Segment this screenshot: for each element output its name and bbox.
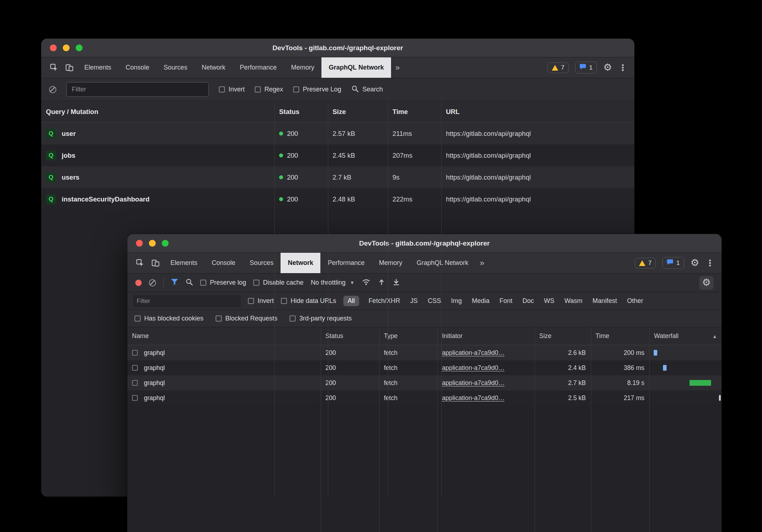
network-conditions-icon[interactable] <box>362 279 371 287</box>
column-header-status[interactable]: Status <box>321 327 379 345</box>
disable-cache-toggle[interactable]: Disable cache <box>253 279 304 286</box>
tab-graphql-network[interactable]: GraphQL Network <box>409 253 475 273</box>
row-checkbox[interactable] <box>132 395 138 401</box>
initiator-link[interactable]: application-a7ca9d0… <box>442 349 504 357</box>
warnings-badge[interactable]: 7 <box>635 258 656 269</box>
blocked-requests-checkbox[interactable] <box>216 315 222 322</box>
search-icon[interactable] <box>185 278 193 288</box>
initiator-link[interactable]: application-a7ca9d0… <box>442 364 504 372</box>
query-row-user[interactable]: Q user 200 2.57 kB 211ms https://gitlab.… <box>41 123 634 144</box>
disable-cache-checkbox[interactable] <box>253 280 259 286</box>
zoom-window-button[interactable] <box>162 240 169 247</box>
filter-chip-manifest[interactable]: Manifest <box>592 296 618 306</box>
issues-badge[interactable]: 1 <box>662 257 684 269</box>
initiator-link[interactable]: application-a7ca9d0… <box>442 379 504 387</box>
tab-performance[interactable]: Performance <box>320 253 372 273</box>
column-header-status[interactable]: Status <box>274 101 328 122</box>
invert-filter-toggle[interactable]: Invert <box>248 297 274 305</box>
column-header-waterfall[interactable]: Waterfall ▲ <box>649 327 721 345</box>
tab-network[interactable]: Network <box>194 57 232 78</box>
warnings-badge[interactable]: 7 <box>547 62 569 73</box>
filter-chip-doc[interactable]: Doc <box>522 296 535 306</box>
issues-badge[interactable]: 1 <box>575 62 597 73</box>
column-header-time[interactable]: Time <box>388 101 441 122</box>
preserve-log-checkbox[interactable] <box>200 280 206 286</box>
row-checkbox[interactable] <box>132 350 138 356</box>
regex-filter-toggle[interactable]: Regex <box>255 86 283 93</box>
tab-sources[interactable]: Sources <box>156 57 194 78</box>
filter-chip-img[interactable]: Img <box>450 296 462 306</box>
clear-icon[interactable] <box>49 86 56 93</box>
filter-chip-js[interactable]: JS <box>409 296 418 306</box>
invert-checkbox[interactable] <box>248 298 254 304</box>
device-toolbar-icon[interactable] <box>62 57 77 78</box>
more-tabs-icon[interactable]: » <box>391 57 404 78</box>
tab-sources[interactable]: Sources <box>243 253 281 273</box>
filter-chip-ws[interactable]: WS <box>543 296 555 306</box>
regex-checkbox[interactable] <box>255 86 261 92</box>
third-party-requests-checkbox[interactable] <box>290 315 296 322</box>
export-har-icon[interactable] <box>392 278 400 288</box>
column-header-url[interactable]: URL <box>441 101 634 122</box>
tab-performance[interactable]: Performance <box>232 57 284 78</box>
request-row[interactable]: graphql 200 fetch application-a7ca9d0… 2… <box>127 345 721 360</box>
query-row-instance-security-dashboard[interactable]: Q instanceSecurityDashboard 200 2.48 kB … <box>41 188 634 210</box>
preserve-log-checkbox[interactable] <box>293 86 299 92</box>
filter-chip-font[interactable]: Font <box>499 296 513 306</box>
row-checkbox[interactable] <box>132 380 138 386</box>
blocked-cookies-toggle[interactable]: Has blocked cookies <box>135 315 203 322</box>
request-row[interactable]: graphql 200 fetch application-a7ca9d0… 2… <box>127 390 721 405</box>
preserve-log-toggle[interactable]: Preserve Log <box>293 86 341 93</box>
throttling-select[interactable]: No throttling ▼ <box>311 279 354 286</box>
tab-console[interactable]: Console <box>118 57 156 78</box>
tab-console[interactable]: Console <box>204 253 243 273</box>
column-header-query-mutation[interactable]: Query / Mutation <box>41 101 274 122</box>
third-party-requests-toggle[interactable]: 3rd-party requests <box>290 315 352 322</box>
record-network-log-icon[interactable] <box>135 280 142 286</box>
invert-checkbox[interactable] <box>219 86 225 92</box>
tab-memory[interactable]: Memory <box>284 57 321 78</box>
filter-chip-all[interactable]: All <box>343 296 359 306</box>
inspect-element-icon[interactable] <box>132 253 148 273</box>
clear-network-log-icon[interactable] <box>149 279 156 286</box>
request-row[interactable]: graphql 200 fetch application-a7ca9d0… 2… <box>127 360 721 375</box>
network-settings-button[interactable]: ⚙ <box>699 276 714 290</box>
minimize-window-button[interactable] <box>63 44 70 51</box>
menu-kebab-icon[interactable]: ⋮ <box>618 63 627 72</box>
column-header-size[interactable]: Size <box>328 101 388 122</box>
filter-chip-other[interactable]: Other <box>626 296 644 306</box>
import-har-icon[interactable] <box>378 278 385 288</box>
row-checkbox[interactable] <box>132 365 138 371</box>
blocked-cookies-checkbox[interactable] <box>135 315 141 322</box>
minimize-window-button[interactable] <box>149 240 156 247</box>
blocked-requests-toggle[interactable]: Blocked Requests <box>216 315 277 322</box>
tab-elements[interactable]: Elements <box>77 57 118 78</box>
search-control[interactable]: Search <box>351 85 383 94</box>
request-row[interactable]: graphql 200 fetch application-a7ca9d0… 2… <box>127 375 721 390</box>
tab-network[interactable]: Network <box>281 253 320 273</box>
more-tabs-icon[interactable]: » <box>476 253 489 273</box>
column-header-type[interactable]: Type <box>379 327 437 345</box>
close-window-button[interactable] <box>136 240 143 247</box>
filter-chip-wasm[interactable]: Wasm <box>564 296 583 306</box>
menu-kebab-icon[interactable]: ⋮ <box>706 259 714 267</box>
inspect-element-icon[interactable] <box>46 57 62 78</box>
settings-icon[interactable]: ⚙ <box>691 258 699 268</box>
invert-filter-toggle[interactable]: Invert <box>219 86 245 93</box>
preserve-log-toggle[interactable]: Preserve log <box>200 279 246 286</box>
filter-input[interactable] <box>66 82 209 97</box>
query-row-jobs[interactable]: Q jobs 200 2.45 kB 207ms https://gitlab.… <box>41 144 634 166</box>
column-header-name[interactable]: Name <box>127 327 321 345</box>
tab-memory[interactable]: Memory <box>372 253 409 273</box>
hide-data-urls-checkbox[interactable] <box>281 298 287 304</box>
query-row-users[interactable]: Q users 200 2.7 kB 9s https://gitlab.com… <box>41 166 634 188</box>
column-header-size[interactable]: Size <box>535 327 591 345</box>
filter-chip-fetch-xhr[interactable]: Fetch/XHR <box>368 296 401 306</box>
tab-elements[interactable]: Elements <box>163 253 204 273</box>
close-window-button[interactable] <box>50 44 57 51</box>
filter-chip-media[interactable]: Media <box>471 296 490 306</box>
hide-data-urls-toggle[interactable]: Hide data URLs <box>281 297 336 305</box>
filter-input[interactable] <box>133 295 241 307</box>
initiator-link[interactable]: application-a7ca9d0… <box>442 394 504 402</box>
zoom-window-button[interactable] <box>76 44 83 51</box>
